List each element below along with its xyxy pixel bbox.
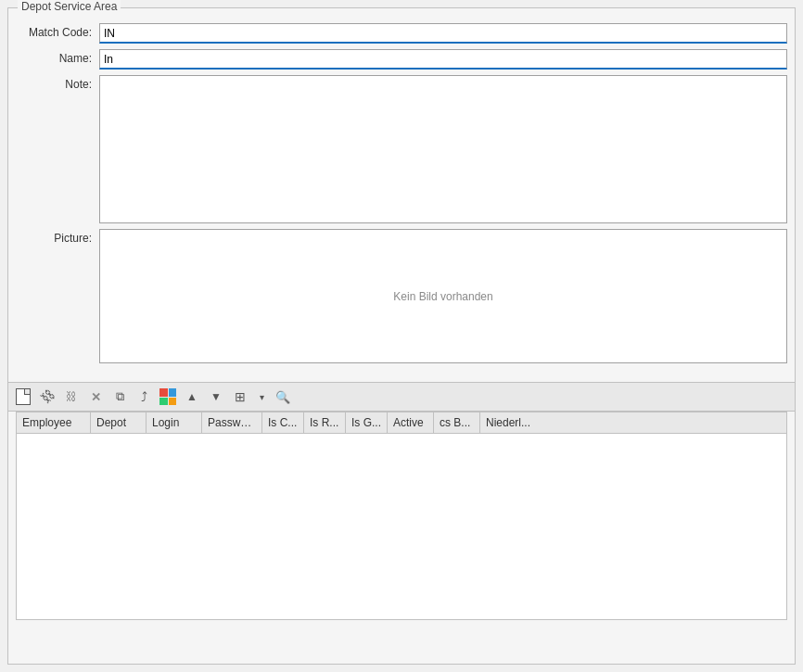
- group-box-title: Depot Service Area: [18, 0, 121, 13]
- toolbar: ⛓ ⛓ ✕ ⧉ ⤴: [8, 382, 795, 412]
- grid-body: [17, 434, 786, 619]
- col-isg[interactable]: Is G...: [346, 412, 388, 433]
- unlink-icon: ⛓: [66, 390, 77, 403]
- col-isc[interactable]: Is C...: [262, 412, 304, 433]
- name-label: Name:: [16, 49, 99, 65]
- down-arrow-icon: ▼: [210, 390, 222, 403]
- move-down-button[interactable]: ▼: [205, 386, 227, 408]
- copy-icon: ⧉: [116, 389, 124, 404]
- match-code-row: Match Code:: [16, 23, 787, 44]
- grid-view-button[interactable]: ⊞: [229, 386, 251, 408]
- picture-area: Kein Bild vorhanden: [99, 229, 787, 363]
- grid-view-icon: ⊞: [235, 389, 246, 404]
- grid-colored-icon: [159, 388, 176, 405]
- picture-label: Picture:: [16, 229, 99, 245]
- import-button[interactable]: ⤴: [133, 386, 155, 408]
- chevron-down-icon: ▾: [260, 392, 264, 402]
- up-arrow-icon: ▲: [186, 390, 198, 403]
- delete-button[interactable]: ✕: [84, 386, 107, 408]
- form-area: Match Code: Name: Note: Picture: Kein Bi…: [8, 8, 795, 376]
- picture-row: Picture: Kein Bild vorhanden: [16, 229, 787, 363]
- note-textarea[interactable]: [99, 75, 787, 223]
- no-image-text: Kein Bild vorhanden: [393, 290, 492, 303]
- col-employee[interactable]: Employee: [17, 412, 91, 433]
- match-code-label: Match Code:: [16, 23, 99, 39]
- col-login[interactable]: Login: [147, 412, 202, 433]
- delete-icon: ✕: [91, 390, 101, 404]
- col-active[interactable]: Active: [388, 412, 434, 433]
- grid-header: Employee Depot Login Password Is C... Is…: [17, 412, 786, 434]
- main-container: Depot Service Area Match Code: Name: Not…: [0, 0, 803, 672]
- link-button[interactable]: ⛓: [36, 386, 58, 408]
- new-page-icon: [16, 388, 31, 405]
- search-button[interactable]: 🔍: [272, 386, 294, 408]
- name-row: Name:: [16, 49, 787, 70]
- note-label: Note:: [16, 75, 99, 91]
- link-icon: ⛓: [37, 387, 57, 406]
- col-depot[interactable]: Depot: [91, 412, 147, 433]
- grid-container: Employee Depot Login Password Is C... Is…: [16, 412, 787, 620]
- grid-view-dropdown[interactable]: ▾: [253, 386, 270, 408]
- search-icon: 🔍: [275, 390, 290, 404]
- match-code-input[interactable]: [99, 23, 787, 44]
- col-isr[interactable]: Is R...: [304, 412, 346, 433]
- unlink-button[interactable]: ⛓: [60, 386, 83, 408]
- copy-button[interactable]: ⧉: [108, 386, 131, 408]
- col-niederl[interactable]: Niederl...: [480, 412, 541, 433]
- col-csb[interactable]: cs B...: [434, 412, 480, 433]
- import-icon: ⤴: [141, 389, 147, 404]
- col-password[interactable]: Password: [202, 412, 262, 433]
- new-button[interactable]: [12, 386, 34, 408]
- move-up-button[interactable]: ▲: [181, 386, 203, 408]
- note-row: Note:: [16, 75, 787, 223]
- grid-colored-button[interactable]: [157, 386, 179, 408]
- depot-service-area-group: Depot Service Area Match Code: Name: Not…: [7, 7, 796, 665]
- name-input[interactable]: [99, 49, 787, 70]
